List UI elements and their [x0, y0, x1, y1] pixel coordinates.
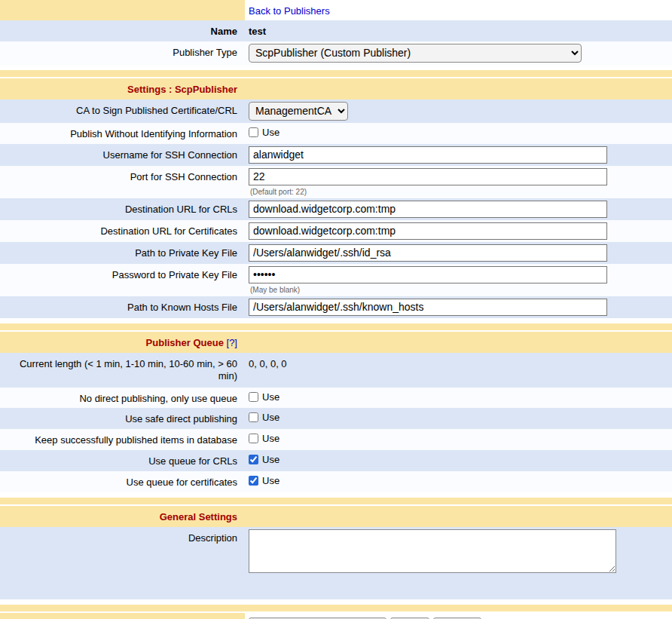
private-key-password-row: Password to Private Key File (May be bla… — [0, 264, 672, 296]
username-row: Username for SSH Connection — [0, 144, 672, 166]
queue-option-3-label: Use queue for CRLs — [0, 450, 245, 471]
anonymous-checkbox[interactable] — [249, 127, 258, 137]
name-value: test — [245, 20, 672, 41]
ca-row: CA to Sign Published Certificate/CRL Man… — [0, 100, 672, 123]
description-cell — [245, 527, 672, 599]
anonymous-row: Publish Without Identifying Information … — [0, 123, 672, 144]
queue-help-link[interactable]: [?] — [227, 337, 237, 348]
cert-url-input[interactable] — [249, 222, 607, 240]
queue-option-row: Use safe direct publishing Use — [0, 408, 672, 429]
queue-option-0-cell: Use — [245, 388, 672, 409]
queue-option-0-label: No direct publishing, only use queue — [0, 388, 245, 409]
username-cell — [245, 144, 672, 166]
description-label: Description — [0, 527, 245, 599]
queue-title-filler — [245, 332, 672, 353]
settings-title-filler — [245, 78, 672, 100]
queue-option-4-label: Use queue for certificates — [0, 471, 245, 492]
settings-title-row: Settings : ScpPublisher — [0, 78, 672, 100]
crl-url-input[interactable] — [249, 201, 607, 218]
private-key-path-label: Path to Private Key File — [0, 242, 245, 264]
port-label: Port for SSH Connection — [0, 166, 245, 198]
queue-title-row: Publisher Queue [?] — [0, 332, 672, 353]
anonymous-label: Publish Without Identifying Information — [0, 123, 245, 144]
separator-band-4 — [0, 605, 672, 611]
footer-row: Save and Test Connection Save Cancel — [0, 613, 672, 619]
queue-option-0-checkbox[interactable] — [249, 392, 258, 402]
back-to-publishers-link[interactable]: Back to Publishers — [249, 5, 330, 17]
queue-option-1-use-label: Use — [262, 412, 279, 423]
publisher-type-label: Publisher Type — [0, 41, 245, 65]
publisher-type-cell: ScpPublisher (Custom Publisher) — [245, 41, 672, 65]
header-left-spacer — [0, 0, 245, 20]
known-hosts-input[interactable] — [249, 299, 607, 316]
queue-option-row: Use queue for certificates Use — [0, 471, 672, 492]
ca-cell: ManagementCA — [245, 100, 672, 123]
anonymous-cell: Use — [245, 123, 672, 144]
port-default-note: (Default port: 22) — [250, 188, 666, 196]
known-hosts-label: Path to Known Hosts File — [0, 296, 245, 318]
queue-option-2-checkbox[interactable] — [249, 434, 258, 443]
known-hosts-cell — [245, 296, 672, 318]
name-label: Name — [0, 20, 245, 41]
general-title-filler — [245, 506, 672, 527]
queue-option-2-use-label: Use — [262, 433, 279, 444]
name-row: Name test — [0, 20, 672, 41]
username-input[interactable] — [249, 146, 607, 164]
settings-section-title: Settings : ScpPublisher — [0, 78, 245, 100]
header-row: Back to Publishers — [0, 0, 672, 20]
ca-label: CA to Sign Published Certificate/CRL — [0, 100, 245, 123]
footer-buttons-cell: Save and Test Connection Save Cancel — [245, 613, 672, 619]
separator-band-1 — [0, 70, 672, 77]
private-key-path-input[interactable] — [249, 244, 607, 262]
private-key-password-cell: (May be blank) — [245, 264, 672, 296]
queue-option-3-use-label: Use — [262, 454, 279, 465]
queue-option-1-checkbox[interactable] — [249, 412, 258, 422]
port-row: Port for SSH Connection (Default port: 2… — [0, 166, 672, 198]
description-textarea[interactable] — [249, 529, 616, 573]
private-key-password-input[interactable] — [249, 266, 607, 283]
port-input[interactable] — [249, 168, 607, 185]
ca-select[interactable]: ManagementCA — [249, 102, 348, 121]
general-title-row: General Settings — [0, 506, 672, 527]
crl-url-cell — [245, 198, 672, 220]
queue-option-3-checkbox[interactable] — [249, 455, 258, 464]
private-key-path-cell — [245, 242, 672, 264]
cert-url-cell — [245, 220, 672, 242]
queue-option-1-label: Use safe direct publishing — [0, 408, 245, 429]
publisher-type-select[interactable]: ScpPublisher (Custom Publisher) — [249, 44, 582, 63]
general-section-title: General Settings — [0, 506, 245, 527]
queue-option-row: Use queue for CRLs Use — [0, 450, 672, 471]
username-label: Username for SSH Connection — [0, 144, 245, 166]
crl-url-row: Destination URL for CRLs — [0, 198, 672, 220]
queue-option-4-checkbox[interactable] — [249, 476, 258, 486]
port-cell: (Default port: 22) — [245, 166, 672, 198]
queue-option-0-use-label: Use — [262, 391, 279, 403]
crl-url-label: Destination URL for CRLs — [0, 198, 245, 220]
queue-length-value: 0, 0, 0, 0 — [245, 353, 672, 388]
private-key-password-note: (May be blank) — [250, 286, 666, 294]
private-key-path-row: Path to Private Key File — [0, 242, 672, 264]
publisher-type-row: Publisher Type ScpPublisher (Custom Publ… — [0, 41, 672, 65]
anonymous-use-label: Use — [262, 127, 279, 138]
description-row: Description — [0, 527, 672, 599]
queue-length-label: Current length (< 1 min, 1-10 min, 10-60… — [0, 353, 245, 388]
queue-option-row: No direct publishing, only use queue Use — [0, 388, 672, 409]
queue-length-row: Current length (< 1 min, 1-10 min, 10-60… — [0, 353, 672, 388]
queue-option-1-cell: Use — [245, 408, 672, 429]
footer-left-spacer — [0, 613, 245, 619]
header-right-cell: Back to Publishers — [245, 0, 672, 20]
cert-url-label: Destination URL for Certificates — [0, 220, 245, 242]
queue-section-title: Publisher Queue [?] — [0, 332, 245, 353]
queue-option-2-cell: Use — [245, 429, 672, 450]
queue-option-row: Keep successfully published items in dat… — [0, 429, 672, 450]
private-key-password-label: Password to Private Key File — [0, 264, 245, 296]
queue-option-4-cell: Use — [245, 471, 672, 492]
queue-option-3-cell: Use — [245, 450, 672, 471]
separator-band-2 — [0, 323, 672, 330]
cert-url-row: Destination URL for Certificates — [0, 220, 672, 242]
publisher-edit-page: Back to Publishers Name test Publisher T… — [0, 0, 672, 619]
queue-option-4-use-label: Use — [262, 475, 279, 486]
known-hosts-row: Path to Known Hosts File — [0, 296, 672, 318]
queue-option-2-label: Keep successfully published items in dat… — [0, 429, 245, 450]
separator-band-3 — [0, 498, 672, 504]
